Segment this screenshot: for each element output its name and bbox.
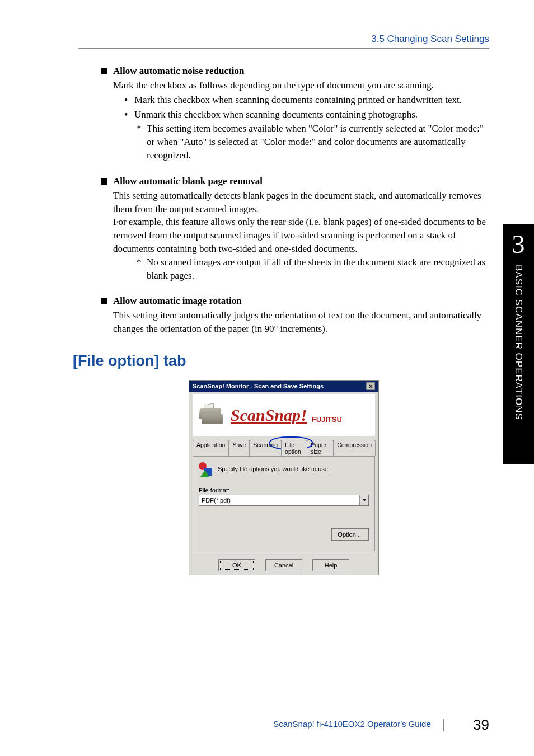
section-noise-reduction: Allow automatic noise reduction Mark the… [112,65,489,162]
dialog-title-text: ScanSnap! Monitor - Scan and Save Settin… [193,383,324,389]
noise-bullet-1: Mark this checkbox when scanning documen… [124,93,489,107]
dialog-banner: ScanSnap! FUJITSU [193,394,375,436]
tab-scanning[interactable]: Scanning [249,440,282,456]
header-section-ref: 3.5 Changing Scan Settings [78,34,489,49]
tab-file-option[interactable]: File option [281,440,307,456]
tab-compression[interactable]: Compression [333,440,376,456]
file-format-select[interactable]: PDF(*.pdf) [199,495,369,506]
section-title-rotate: Allow automatic image rotation [113,295,242,307]
file-options-icon [199,462,212,476]
file-options-hint: Specify file options you would like to u… [218,466,330,472]
scansnap-logo: ScanSnap! [231,406,307,425]
section-blank-removal: Allow automatic blank page removal This … [112,176,489,283]
tab-paper-size[interactable]: Paper size [307,440,334,456]
close-icon[interactable]: ✕ [366,382,375,390]
section-title-noise: Allow automatic noise reduction [113,65,244,77]
footer-guide-title: ScanSnap! fi-4110EOX2 Operator's Guide [273,719,430,729]
section-title-blank: Allow automatic blank page removal [113,176,263,187]
chapter-side-tab: 3 BASIC SCANNER OPERATIONS [503,224,534,464]
asterisk-icon: * [137,122,147,162]
file-format-value: PDF(*.pdf) [202,497,231,504]
option-button[interactable]: Option ... [331,528,369,541]
cancel-button[interactable]: Cancel [265,559,302,571]
chapter-label: BASIC SCANNER OPERATIONS [513,265,524,420]
chevron-down-icon[interactable] [359,495,368,505]
scanner-icon [198,404,224,426]
noise-intro: Mark the checkbox as follows depending o… [113,79,489,92]
fujitsu-logo: FUJITSU [312,415,342,424]
chapter-number: 3 [512,229,525,259]
dialog-titlebar: ScanSnap! Monitor - Scan and Save Settin… [189,381,378,392]
tab-save[interactable]: Save [228,440,250,456]
noise-note: This setting item becomes available when… [147,122,489,162]
ok-button[interactable]: OK [218,559,255,571]
asterisk-icon: * [137,256,147,283]
footer-separator [443,719,444,731]
section-image-rotation: Allow automatic image rotation This sett… [112,295,489,336]
file-format-label: File format: [199,487,369,494]
scan-settings-dialog: ScanSnap! Monitor - Scan and Save Settin… [189,380,379,575]
square-bullet-icon [101,298,107,304]
chapter-heading: [File option] tab [73,353,489,370]
tab-application[interactable]: Application [193,440,229,456]
rotate-p1: This setting item automatically judges t… [113,309,489,336]
blank-p2: For example, this feature allows only th… [113,215,489,255]
noise-bullet-2: Unmark this checkbox when scanning docum… [124,108,489,121]
page-footer: ScanSnap! fi-4110EOX2 Operator's Guide 3… [0,716,489,734]
square-bullet-icon [101,178,107,185]
page-number: 39 [473,716,489,733]
blank-p1: This setting automatically detects blank… [113,189,489,216]
square-bullet-icon [101,68,107,74]
blank-note: No scanned images are output if all of t… [147,256,489,283]
help-button[interactable]: Help [312,559,349,571]
